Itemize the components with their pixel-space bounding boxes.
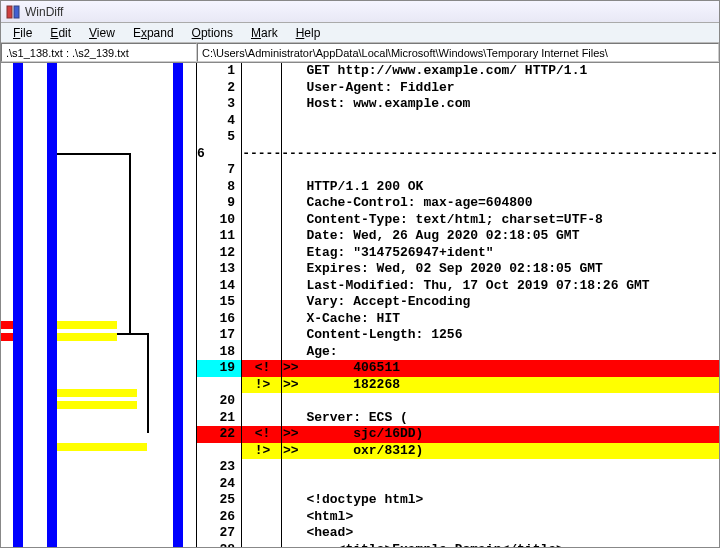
content-area: 1 GET http://www.example.com/ HTTP/1.1 2… xyxy=(1,63,719,547)
diff-line-left: 19 <!>> 406511 xyxy=(197,360,719,377)
diff-line: 11 Date: Wed, 26 Aug 2020 02:18:05 GMT xyxy=(197,228,719,245)
menu-options[interactable]: Options xyxy=(184,24,241,42)
svg-rect-0 xyxy=(7,6,12,18)
menu-help[interactable]: Help xyxy=(288,24,329,42)
diff-line: 26 <html> xyxy=(197,509,719,526)
outline-diff-red xyxy=(1,321,13,329)
outline-bar-right xyxy=(173,63,183,547)
diff-line: 23 xyxy=(197,459,719,476)
diff-line: 10 Content-Type: text/html; charset=UTF-… xyxy=(197,212,719,229)
menubar: File Edit View Expand Options Mark Help xyxy=(1,23,719,43)
menu-file[interactable]: File xyxy=(5,24,40,42)
diff-line: 28 <title>Example Domain</title> xyxy=(197,542,719,548)
gutter-separator-2 xyxy=(281,63,282,547)
svg-rect-1 xyxy=(14,6,19,18)
diff-line-right: !>>> 182268 xyxy=(197,377,719,394)
diff-line: 1 GET http://www.example.com/ HTTP/1.1 xyxy=(197,63,719,80)
diff-line: 6 --------------------------------------… xyxy=(197,146,719,163)
diff-panel[interactable]: 1 GET http://www.example.com/ HTTP/1.1 2… xyxy=(197,63,719,547)
outline-mark xyxy=(57,153,129,155)
diff-line-right: !>>> oxr/8312) xyxy=(197,443,719,460)
diff-line: 9 Cache-Control: max-age=604800 xyxy=(197,195,719,212)
diff-line: 12 Etag: "3147526947+ident" xyxy=(197,245,719,262)
gutter-separator xyxy=(241,63,242,547)
outline-diff-yellow xyxy=(57,333,117,341)
diff-line: 13 Expires: Wed, 02 Sep 2020 02:18:05 GM… xyxy=(197,261,719,278)
outline-mark xyxy=(147,333,149,433)
diff-line: 5 xyxy=(197,129,719,146)
outline-panel[interactable] xyxy=(1,63,197,547)
pathbar: .\s1_138.txt : .\s2_139.txt C:\Users\Adm… xyxy=(1,43,719,63)
diff-line: 7 xyxy=(197,162,719,179)
menu-expand[interactable]: Expand xyxy=(125,24,182,42)
menu-mark[interactable]: Mark xyxy=(243,24,286,42)
diff-line: 18 Age: xyxy=(197,344,719,361)
menu-edit[interactable]: Edit xyxy=(42,24,79,42)
outline-mark xyxy=(129,153,131,333)
menu-view[interactable]: View xyxy=(81,24,123,42)
diff-line: 27 <head> xyxy=(197,525,719,542)
outline-diff-yellow xyxy=(57,443,147,451)
diff-line: 2 User-Agent: Fiddler xyxy=(197,80,719,97)
diff-line-left: 22 <!>> sjc/16DD) xyxy=(197,426,719,443)
diff-line: 14 Last-Modified: Thu, 17 Oct 2019 07:18… xyxy=(197,278,719,295)
titlebar: WinDiff xyxy=(1,1,719,23)
outline-bar-mid xyxy=(47,63,57,547)
app-icon xyxy=(5,4,21,20)
diff-line: 16 X-Cache: HIT xyxy=(197,311,719,328)
outline-bar-left xyxy=(13,63,23,547)
diff-line: 17 Content-Length: 1256 xyxy=(197,327,719,344)
diff-line: 24 xyxy=(197,476,719,493)
diff-line: 15 Vary: Accept-Encoding xyxy=(197,294,719,311)
window-title: WinDiff xyxy=(25,5,63,19)
full-path-label[interactable]: C:\Users\Administrator\AppData\Local\Mic… xyxy=(197,43,719,62)
outline-diff-yellow xyxy=(57,389,137,397)
diff-line: 3 Host: www.example.com xyxy=(197,96,719,113)
diff-line: 4 xyxy=(197,113,719,130)
diff-line: 8 HTTP/1.1 200 OK xyxy=(197,179,719,196)
diff-line: 25 <!doctype html> xyxy=(197,492,719,509)
outline-diff-yellow xyxy=(57,321,117,329)
outline-diff-red xyxy=(1,333,13,341)
diff-line: 21 Server: ECS ( xyxy=(197,410,719,427)
diff-line: 20 xyxy=(197,393,719,410)
outline-diff-yellow xyxy=(57,401,137,409)
compared-files-label[interactable]: .\s1_138.txt : .\s2_139.txt xyxy=(1,43,197,62)
